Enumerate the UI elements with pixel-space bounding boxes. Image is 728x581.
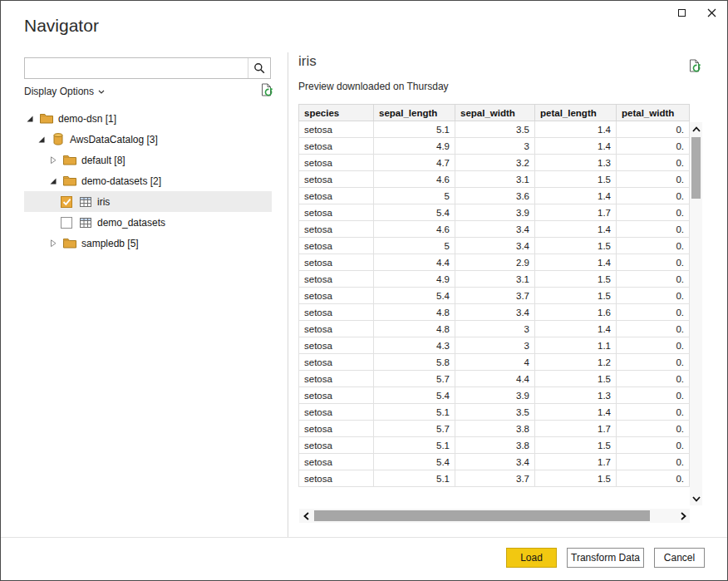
scroll-up-icon[interactable] [690, 122, 702, 135]
table-cell: 0. [617, 404, 690, 421]
column-header-sepal_length: sepal_length [374, 105, 455, 121]
table-cell: 3.4 [455, 304, 535, 321]
tree-item-awsdatacatalog[interactable]: AwsDataCatalog [3] [24, 129, 272, 150]
close-button[interactable] [702, 4, 721, 21]
table-cell: 0. [617, 470, 690, 487]
column-header-species: species [299, 105, 374, 121]
maximize-button[interactable] [672, 4, 691, 21]
table-cell: 5.8 [374, 354, 455, 371]
expander-expanded-icon[interactable] [49, 175, 61, 187]
table-cell: 3.5 [455, 121, 535, 138]
table-row: setosa4.63.11.50. [299, 171, 690, 188]
table-cell: 1.5 [535, 437, 617, 454]
preview-table: speciessepal_lengthsepal_widthpetal_leng… [298, 104, 690, 487]
table-cell: 1.1 [535, 337, 617, 354]
table-cell: 5.7 [374, 421, 455, 437]
search-input[interactable] [25, 58, 248, 78]
table-body: setosa5.13.51.40.setosa4.931.40.setosa4.… [299, 121, 690, 487]
table-row: setosa5.43.91.70. [299, 204, 690, 221]
table-row: setosa4.93.11.50. [299, 271, 690, 288]
table-cell: 4.7 [374, 155, 455, 171]
table-cell: 3.8 [455, 421, 535, 437]
table-cell: 4.9 [374, 138, 455, 155]
table-cell: 0. [617, 221, 690, 238]
table-cell: 3 [455, 138, 535, 155]
table-cell: 5.1 [374, 470, 455, 487]
tree-item-demo-dsn[interactable]: demo-dsn [1] [24, 108, 272, 129]
table-cell: 1.4 [535, 188, 617, 204]
table-cell: 4.8 [374, 321, 455, 337]
table-cell: 4.3 [374, 337, 455, 354]
expander-collapsed-icon[interactable] [49, 237, 61, 249]
table-cell: 1.7 [535, 204, 617, 221]
table-cell: setosa [299, 421, 374, 437]
table-cell: setosa [299, 437, 374, 454]
table-cell: 1.6 [535, 304, 617, 321]
tree-item-sampledb[interactable]: sampledb [5] [24, 233, 272, 254]
navigator-dialog: Navigator Display Options demo-dsn [1]Aw… [0, 0, 728, 581]
tree-item-demo-datasets[interactable]: demo_datasets [24, 212, 272, 233]
scroll-right-icon[interactable] [677, 509, 689, 523]
table-row: setosa4.931.40. [299, 138, 690, 155]
expander-expanded-icon[interactable] [37, 133, 50, 145]
expander-expanded-icon[interactable] [26, 112, 38, 125]
table-cell: 0. [617, 304, 690, 321]
folder-icon [61, 175, 77, 186]
caret-down-icon [98, 90, 105, 94]
preview-title: iris [298, 53, 317, 70]
table-cell: 0. [617, 421, 690, 437]
expander-collapsed-icon[interactable] [49, 154, 61, 166]
table-cell: 3.4 [455, 221, 535, 238]
demo-datasets-checkbox[interactable] [61, 217, 72, 229]
tree-item-demo-datasets[interactable]: demo-datasets [2] [24, 170, 272, 191]
display-options-dropdown[interactable]: Display Options [24, 86, 105, 97]
table-cell: 3.4 [455, 454, 535, 470]
scroll-left-icon[interactable] [300, 509, 312, 523]
table-icon [77, 218, 93, 228]
table-row: setosa53.41.50. [299, 238, 690, 254]
search-icon[interactable] [248, 58, 270, 78]
iris-checkbox[interactable] [61, 196, 72, 208]
database-icon [50, 133, 66, 145]
table-cell: 0. [617, 155, 690, 171]
table-cell: 0. [617, 171, 690, 188]
table-cell: 4.4 [374, 254, 455, 271]
table-cell: 5 [374, 188, 455, 204]
table-cell: 3 [455, 337, 535, 354]
tree-item-default[interactable]: default [8] [24, 150, 272, 170]
scroll-down-icon[interactable] [690, 492, 702, 505]
table-cell: 0. [617, 238, 690, 254]
table-cell: 1.4 [535, 404, 617, 421]
table-row: setosa5.74.41.50. [299, 371, 690, 387]
table-cell: setosa [299, 304, 374, 321]
tree-item-iris[interactable]: iris [24, 191, 272, 212]
table-cell: setosa [299, 221, 374, 238]
vertical-scrollbar[interactable] [690, 122, 702, 505]
table-cell: 3.1 [455, 271, 535, 288]
table-cell: 0. [617, 371, 690, 387]
table-cell: setosa [299, 254, 374, 271]
horizontal-scrollbar[interactable] [299, 509, 690, 523]
table-cell: setosa [299, 155, 374, 171]
transform-data-button[interactable]: Transform Data [567, 548, 644, 568]
table-cell: 5.4 [374, 204, 455, 221]
table-cell: 1.5 [535, 271, 617, 288]
table-cell: 5.7 [374, 371, 455, 387]
table-cell: 1.4 [535, 254, 617, 271]
vertical-scroll-thumb[interactable] [691, 137, 701, 199]
table-cell: 3.8 [455, 437, 535, 454]
load-button[interactable]: Load [506, 548, 557, 568]
table-cell: setosa [299, 188, 374, 204]
table-row: setosa4.63.41.40. [299, 221, 690, 238]
table-cell: 3.6 [455, 188, 535, 204]
table-cell: setosa [299, 204, 374, 221]
table-cell: setosa [299, 404, 374, 421]
table-row: setosa5.841.20. [299, 354, 690, 371]
horizontal-scroll-thumb[interactable] [314, 510, 650, 521]
cancel-button[interactable]: Cancel [654, 548, 705, 568]
refresh-icon[interactable] [259, 83, 273, 101]
refresh-preview-icon[interactable] [687, 59, 701, 76]
table-cell: setosa [299, 371, 374, 387]
table-cell: setosa [299, 238, 374, 254]
table-row: setosa5.13.71.50. [299, 470, 690, 487]
